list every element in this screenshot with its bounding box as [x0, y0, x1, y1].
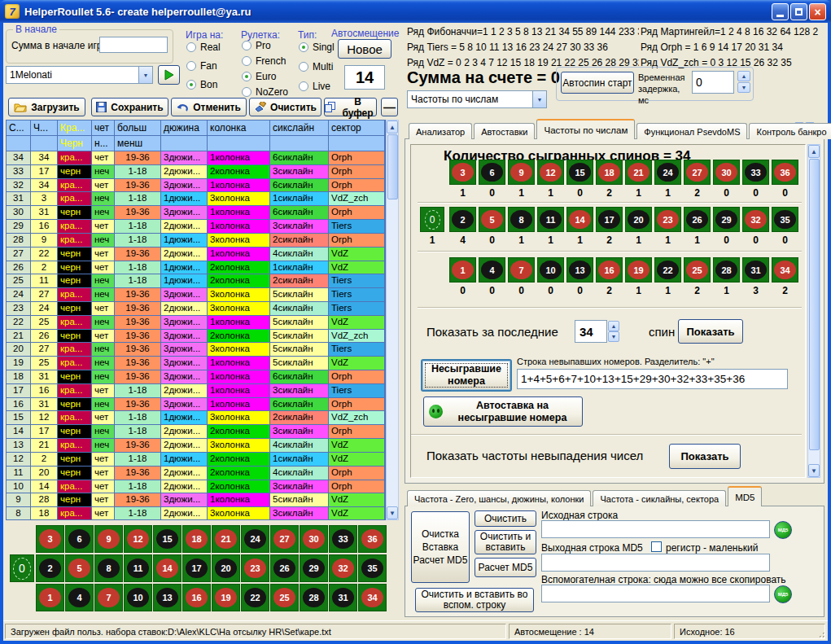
scroll-up-icon[interactable]: ▲ [808, 145, 820, 158]
radio-option-euro[interactable]: Euro [242, 70, 288, 83]
board-cell-19[interactable]: 19 [212, 584, 240, 611]
board-cell-35[interactable]: 35 [358, 554, 387, 582]
table-row[interactable]: 3317черннеч1-182дюжи...2колонка3сиклайнO… [7, 165, 385, 179]
board-cell-9[interactable]: 9 [94, 525, 123, 553]
scroll-down-icon[interactable]: ▼ [387, 506, 398, 519]
number-tile-35[interactable]: 35 [772, 207, 798, 232]
collapse-button[interactable]: — [381, 98, 398, 116]
md5-output-input[interactable] [541, 554, 770, 572]
number-tile-28[interactable]: 28 [713, 257, 740, 283]
radio-option-bon[interactable]: Bon [186, 78, 221, 91]
number-tile-7[interactable]: 7 [508, 257, 535, 283]
play-button[interactable] [158, 65, 180, 85]
board-cell-28[interactable]: 28 [300, 584, 328, 611]
number-tile-21[interactable]: 21 [625, 160, 652, 185]
md5-actions-panel[interactable]: Очистка Вставка Расчет MD5 [411, 511, 470, 583]
number-tile-20[interactable]: 20 [625, 207, 652, 232]
table-row[interactable]: 2511черннеч1-181дюжи...2колонка2сиклайнT… [7, 274, 385, 288]
table-row[interactable]: 2126чернчет19-363дюжи...2колонка5сиклайн… [7, 330, 385, 344]
show-last-button[interactable]: Показать [678, 319, 743, 344]
autospin-start-button[interactable]: Автоспин старт [561, 72, 634, 94]
md5-clear-paste-button[interactable]: Очистить и вставить [475, 530, 536, 554]
tab-md5[interactable]: MD5 [728, 486, 762, 506]
board-cell-5[interactable]: 5 [65, 554, 94, 582]
board-cell-10[interactable]: 10 [124, 584, 152, 611]
md5-clear-button[interactable]: Очистить [475, 510, 536, 527]
number-tile-2[interactable]: 2 [449, 207, 476, 232]
radio-option-pro[interactable]: Pro [242, 39, 288, 52]
board-cell-2[interactable]: 2 [36, 554, 64, 582]
table-row[interactable]: 262чернчет1-181дюжи...2колонка1сиклайнVd… [7, 261, 385, 275]
number-tile-13[interactable]: 13 [566, 257, 593, 283]
board-cell-12[interactable]: 12 [124, 525, 152, 553]
radio-option-multi[interactable]: Multi [299, 60, 335, 73]
undo-button[interactable]: Отменить [171, 98, 247, 116]
board-cell-17[interactable]: 17 [182, 554, 211, 582]
show-freq-button[interactable]: Показать [669, 444, 741, 469]
board-cell-36[interactable]: 36 [358, 525, 387, 553]
radio-option-french[interactable]: French [242, 55, 288, 68]
table-row[interactable]: 2027кра...неч19-363дюжи...3колонка5сикла… [7, 343, 385, 357]
number-tile-19[interactable]: 19 [625, 257, 652, 283]
tab-автоставки[interactable]: Автоставки [474, 123, 535, 139]
table-row[interactable]: 1631черннеч19-363дюжи...1колонка6сиклайн… [7, 398, 385, 412]
scroll-up-icon[interactable]: ▲ [387, 120, 398, 134]
save-button[interactable]: Сохранить [91, 98, 168, 116]
board-cell-26[interactable]: 26 [270, 554, 299, 582]
close-button[interactable]: × [809, 3, 826, 20]
number-tile-4[interactable]: 4 [479, 257, 505, 283]
board-cell-30[interactable]: 30 [300, 525, 328, 553]
frequencies-scrollbar-thumb[interactable] [809, 159, 820, 450]
tab-функционал-psevdoms[interactable]: Функционал PsevdoMS [636, 123, 747, 139]
number-tile-36[interactable]: 36 [772, 160, 798, 185]
table-row[interactable]: 1512кра...чет1-181дюжи...3колонка2сиклай… [7, 411, 385, 425]
board-cell-3[interactable]: 3 [36, 525, 64, 553]
frequencies-scrollbar[interactable]: ▲ ▼ [807, 144, 820, 478]
radio-option-singl[interactable]: Singl [299, 41, 335, 54]
md5-clear-paste-aux-button[interactable]: Очистить и вставить во вспом. строку [415, 588, 534, 612]
md5-calc-icon[interactable]: МД5 [774, 521, 792, 539]
load-button[interactable]: Загрузить [8, 98, 85, 116]
table-row[interactable]: 122чернчет1-181дюжи...2колонка1сиклайнVd… [7, 453, 385, 467]
lowercase-checkbox[interactable] [651, 541, 662, 552]
table-row[interactable]: 1014кра...чет1-182дюжи...2колонка3сиклай… [7, 480, 385, 494]
table-scrollbar-thumb[interactable] [387, 134, 398, 199]
tab-частота-сиклайны-сектора[interactable]: Частота - сиклайны, сектора [593, 490, 726, 506]
board-cell-24[interactable]: 24 [241, 525, 269, 553]
mode-combobox[interactable]: Частоты по числам ▼ [407, 90, 547, 108]
autobet-missed-button[interactable]: Автоставка на несыгравшие номера [423, 396, 583, 427]
number-tile-33[interactable]: 33 [742, 160, 769, 185]
board-cell-18[interactable]: 18 [182, 525, 211, 553]
board-cell-13[interactable]: 13 [153, 584, 182, 611]
table-row[interactable]: 3031черннеч19-363дюжи...1колонка6сиклайн… [7, 206, 385, 220]
maximize-button[interactable] [790, 3, 807, 20]
table-row[interactable]: 1417черннеч1-182дюжи...2колонка3сиклайнO… [7, 425, 385, 439]
number-tile-6[interactable]: 6 [479, 160, 505, 185]
number-tile-9[interactable]: 9 [508, 160, 535, 185]
table-row[interactable]: 2324чернчет19-362дюжи...3колонка4сиклайн… [7, 302, 385, 316]
board-cell-31[interactable]: 31 [329, 584, 357, 611]
table-scrollbar[interactable]: ▲ ▼ [386, 120, 399, 520]
missed-string-input[interactable] [517, 369, 788, 389]
number-tile-16[interactable]: 16 [596, 257, 623, 283]
number-tile-26[interactable]: 26 [684, 207, 711, 232]
missed-numbers-button[interactable]: Несыгравшие номера [421, 359, 512, 392]
number-tile-8[interactable]: 8 [508, 207, 535, 232]
board-cell-29[interactable]: 29 [300, 554, 328, 582]
table-row[interactable]: 2916кра...чет1-182дюжи...1колонка3сиклай… [7, 220, 385, 234]
number-tile-18[interactable]: 18 [596, 160, 623, 185]
spin-up-icon[interactable]: ▲ [608, 321, 619, 331]
number-tile-22[interactable]: 22 [654, 257, 681, 283]
md5-source-input[interactable] [541, 520, 770, 538]
table-row[interactable]: 2427кра...неч19-363дюжи...3колонка5сикла… [7, 288, 385, 302]
board-cell-4[interactable]: 4 [65, 584, 94, 611]
board-cell-34[interactable]: 34 [358, 584, 387, 611]
board-cell-6[interactable]: 6 [65, 525, 94, 553]
board-cell-0[interactable]: 0 [10, 554, 34, 582]
table-row[interactable]: 1120чернчет19-362дюжи...2колонка4сиклайн… [7, 467, 385, 480]
board-cell-25[interactable]: 25 [270, 584, 299, 611]
tab-частоты-по-числам[interactable]: Частоты по числам [536, 119, 635, 139]
show-last-input[interactable] [575, 320, 607, 343]
board-cell-27[interactable]: 27 [270, 525, 299, 553]
table-row[interactable]: 289кра...неч1-181дюжи...3колонка2сиклайн… [7, 234, 385, 248]
